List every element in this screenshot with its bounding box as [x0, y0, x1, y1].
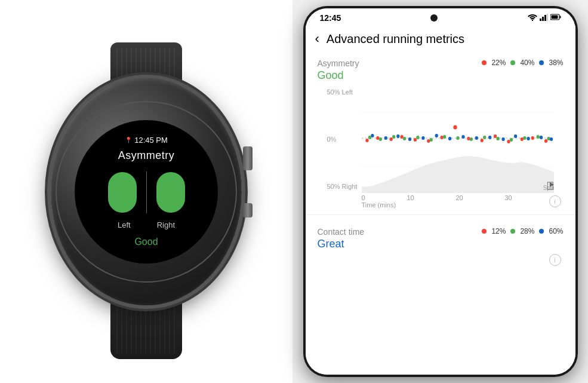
- contact-time-legend: 12% 28% 60%: [482, 227, 563, 235]
- contact-time-info-button[interactable]: i: [549, 254, 561, 266]
- svg-point-27: [544, 139, 547, 143]
- status-bar: 12:45: [306, 8, 575, 25]
- svg-point-51: [475, 136, 478, 140]
- asymmetry-status: Good: [318, 69, 564, 82]
- watch-left-bar: [108, 172, 137, 213]
- crown-top[interactable]: [243, 146, 253, 170]
- svg-point-29: [378, 137, 381, 141]
- svg-rect-4: [547, 14, 548, 21]
- svg-point-47: [421, 136, 424, 140]
- contact-time-section: Contact time 12% 28% 60% Great: [306, 222, 575, 266]
- svg-point-49: [448, 137, 451, 140]
- ct-legend-dot-green: [510, 229, 515, 234]
- svg-point-24: [507, 140, 510, 143]
- svg-point-38: [496, 137, 499, 140]
- battery-icon: [550, 14, 561, 22]
- phone-section: 12:45: [293, 0, 588, 383]
- svg-point-19: [440, 136, 443, 139]
- x-label-10: 10: [407, 194, 414, 201]
- watch-status: Good: [134, 237, 158, 247]
- svg-point-57: [549, 137, 552, 141]
- asymmetry-chart: 50% Left 0% 50% Right: [327, 85, 554, 193]
- svg-point-16: [400, 135, 403, 139]
- watch-bars: [108, 171, 185, 213]
- chart-svg-area: Speed: [362, 85, 554, 193]
- svg-point-13: [365, 139, 368, 142]
- app-header: ‹ Advanced running metrics: [306, 25, 575, 54]
- svg-point-52: [488, 136, 491, 139]
- status-icons: [528, 14, 561, 23]
- watch-metric-title: Asymmetry: [118, 149, 175, 162]
- legend-dot-blue: [539, 60, 544, 65]
- legend-value-blue: 38%: [549, 59, 563, 67]
- svg-point-39: [509, 138, 512, 142]
- ct-legend-dot-blue: [539, 229, 544, 234]
- svg-point-40: [523, 136, 526, 140]
- section-divider: [306, 215, 575, 215]
- svg-point-37: [483, 136, 486, 139]
- svg-point-31: [402, 137, 405, 140]
- chart-wrapper: 50% Left 0% 50% Right: [327, 85, 554, 193]
- svg-point-23: [493, 134, 496, 138]
- svg-rect-7: [551, 16, 558, 19]
- svg-rect-3: [544, 15, 546, 21]
- legend-value-green: 40%: [520, 59, 534, 67]
- ct-legend-dot-red: [482, 229, 487, 234]
- location-icon: 📍: [125, 137, 132, 143]
- x-label-20: 20: [455, 194, 463, 201]
- svg-point-21: [467, 137, 470, 140]
- watch-labels: Left Right: [118, 220, 175, 229]
- watch-outer: 📍 12:45 PM Asymmetry Left Right Good: [51, 78, 242, 305]
- svg-point-45: [396, 134, 399, 138]
- svg-point-15: [389, 137, 392, 141]
- svg-point-32: [416, 136, 419, 139]
- ct-legend-value-green: 28%: [520, 227, 534, 235]
- svg-point-33: [429, 138, 432, 142]
- watch-time: 📍 12:45 PM: [125, 136, 168, 145]
- ct-legend-value-blue: 60%: [549, 227, 563, 235]
- watch-case: 📍 12:45 PM Asymmetry Left Right Good: [51, 78, 242, 305]
- status-time: 12:45: [320, 13, 341, 23]
- svg-point-26: [531, 136, 534, 140]
- legend-value-red: 22%: [491, 59, 506, 67]
- crown-bottom[interactable]: [243, 203, 253, 217]
- phone-inner: 12:45: [306, 8, 575, 375]
- svg-rect-2: [542, 17, 544, 21]
- back-button[interactable]: ‹: [315, 31, 319, 47]
- chart-y-labels: 50% Left 0% 50% Right: [327, 85, 362, 193]
- svg-point-56: [539, 136, 542, 139]
- svg-point-36: [469, 137, 472, 141]
- time-mins-label: Time (mins): [362, 201, 396, 209]
- y-label-bottom: 50% Right: [327, 183, 362, 190]
- svg-point-17: [413, 138, 416, 142]
- watch-left-label: Left: [118, 220, 131, 229]
- svg-point-46: [408, 137, 411, 141]
- contact-time-header: Contact time 12% 28% 60%: [318, 227, 564, 237]
- y-label-mid: 0%: [327, 136, 362, 143]
- phone-outer: 12:45: [303, 6, 578, 377]
- svg-rect-6: [559, 16, 561, 19]
- svg-rect-1: [540, 19, 541, 21]
- svg-point-54: [513, 134, 516, 138]
- chart-time-label: Time (mins): [327, 201, 554, 209]
- asymmetry-legend: 22% 40% 38%: [482, 59, 563, 67]
- chart-x-axis: 0 10 20 30: [327, 193, 554, 201]
- svg-point-41: [536, 135, 539, 139]
- front-camera: [430, 14, 438, 22]
- asymmetry-header: Asymmetry 22% 40% 38%: [318, 59, 564, 68]
- watch-section: 📍 12:45 PM Asymmetry Left Right Good: [0, 0, 293, 383]
- wifi-icon: [528, 14, 537, 23]
- watch-right-label: Right: [157, 220, 175, 229]
- svg-point-48: [435, 134, 438, 137]
- svg-point-28: [368, 136, 371, 139]
- watch-right-bar: [156, 172, 185, 213]
- y-label-top: 50% Left: [327, 88, 362, 96]
- app-content: ‹ Advanced running metrics Asymmetry 22%…: [306, 25, 575, 375]
- svg-point-43: [371, 134, 374, 137]
- svg-point-53: [501, 137, 504, 141]
- watch-bar-divider: [146, 171, 147, 213]
- asymmetry-section: Asymmetry 22% 40% 38% Good: [306, 54, 575, 207]
- x-label-0: 0: [362, 194, 365, 201]
- svg-point-20: [453, 125, 457, 130]
- legend-dot-red: [482, 60, 487, 65]
